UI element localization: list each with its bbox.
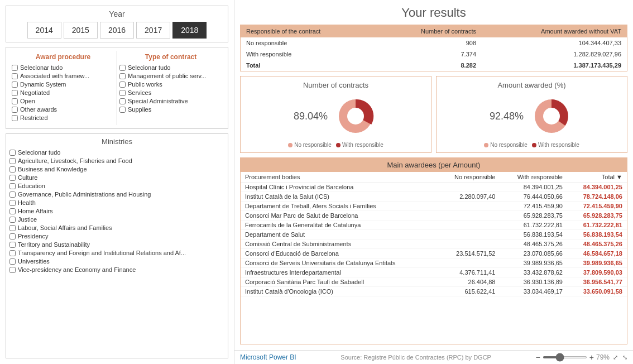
powerbi-link[interactable]: Microsoft Power BI	[240, 353, 296, 361]
award-check-1[interactable]	[12, 73, 18, 79]
award-check-6[interactable]	[12, 115, 18, 121]
year-2016[interactable]: 2016	[100, 22, 134, 39]
ministry-check-7[interactable]	[9, 208, 16, 214]
ministry-check-5[interactable]	[9, 191, 16, 198]
awardees-row-4: Ferrocarrils de la Generalitat de Catalu…	[241, 221, 627, 230]
awardees-with-6: 48.465.375,26	[500, 240, 567, 249]
awardees-total-3: 65.928.283,75	[567, 211, 627, 221]
awardees-no-8	[438, 258, 500, 268]
awardees-with-8: 39.989.936,65	[500, 258, 567, 268]
ministry-9[interactable]: Labour, Social Affairs and Families	[9, 224, 224, 231]
award-item-1[interactable]: Associated with framew...	[12, 73, 114, 79]
fullscreen-icon[interactable]: ⤡	[622, 354, 627, 361]
ministry-check-13[interactable]	[9, 258, 16, 265]
ministry-8[interactable]: Justice	[9, 216, 224, 223]
ministry-check-8[interactable]	[9, 217, 16, 223]
type-item-5[interactable]: Supplies	[119, 106, 222, 113]
award-check-3[interactable]	[12, 90, 18, 96]
ministry-3[interactable]: Culture	[9, 174, 224, 181]
awardees-col-no-resp: No responsible	[438, 172, 500, 183]
zoom-minus-button[interactable]: −	[536, 353, 540, 362]
year-2018[interactable]: 2018	[172, 22, 207, 39]
year-2017[interactable]: 2017	[136, 22, 170, 39]
type-item-4[interactable]: Special Administrative	[119, 98, 222, 104]
share-icon[interactable]: ⤢	[613, 354, 618, 361]
type-item-0[interactable]: Selecionar tudo	[119, 64, 222, 71]
award-check-5[interactable]	[12, 107, 18, 113]
ministry-1[interactable]: Agriculture, Livestock, Fisheries and Fo…	[9, 157, 224, 164]
svg-point-1	[347, 108, 364, 124]
type-item-1[interactable]: Management of public serv...	[119, 73, 222, 79]
type-check-4[interactable]	[119, 98, 126, 104]
awardees-no-5	[438, 230, 500, 240]
ministry-13[interactable]: Universities	[9, 258, 224, 265]
ministry-check-1[interactable]	[9, 158, 16, 164]
contracts-legend-dot-no	[288, 143, 292, 147]
awardees-row-6: Comissió Central de Subministraments 48.…	[241, 240, 627, 249]
ministry-11[interactable]: Territory and Sustainability	[9, 241, 224, 248]
award-check-2[interactable]	[12, 82, 18, 88]
ministry-2[interactable]: Business and Knowledge	[9, 166, 224, 173]
summary-row-1: With responsible 7.374 1.282.829.027,96	[241, 49, 627, 60]
awardees-with-11: 33.034.469,17	[500, 287, 567, 296]
source-text: Source: Registre Públic de Contractes (R…	[341, 354, 491, 361]
zoom-slider[interactable]	[543, 356, 587, 358]
ministry-5[interactable]: Governance, Public Administrations and H…	[9, 191, 224, 198]
ministry-check-0[interactable]	[9, 150, 16, 156]
ministry-14[interactable]: Vice-presidency anc Economy and Finance	[9, 266, 224, 273]
ministry-10[interactable]: Presidency	[9, 233, 224, 240]
ministry-check-11[interactable]	[9, 242, 16, 248]
ministry-check-10[interactable]	[9, 233, 16, 240]
awardees-name-0: Hospital Clínic i Provincial de Barcelon…	[241, 183, 438, 192]
ministry-check-9[interactable]	[9, 225, 16, 231]
award-item-4[interactable]: Open	[12, 98, 114, 104]
summary-header-contracts: Number of contracts	[376, 25, 482, 37]
year-2015[interactable]: 2015	[64, 22, 98, 39]
footer-icons: ⤢ ⤡	[613, 354, 627, 361]
type-check-5[interactable]	[119, 107, 126, 113]
award-item-6[interactable]: Restricted	[12, 114, 114, 121]
award-item-2[interactable]: Dynamic System	[12, 81, 114, 88]
type-item-2[interactable]: Public works	[119, 81, 222, 88]
awardees-name-6: Comissió Central de Subministraments	[241, 240, 438, 249]
ministry-4[interactable]: Education	[9, 183, 224, 189]
awardees-total-9: 37.809.590,03	[567, 268, 627, 277]
type-item-3[interactable]: Services	[119, 89, 222, 96]
awardees-name-7: Consorci d'Educació de Barcelona	[241, 249, 438, 258]
amount-chart-title: Amount awarded (%)	[497, 81, 565, 89]
award-check-0[interactable]	[12, 65, 18, 71]
award-item-0[interactable]: Selecionar tudo	[12, 64, 114, 71]
ministry-check-4[interactable]	[9, 183, 16, 189]
amount-legend-no: No responsible	[484, 142, 528, 148]
award-item-3[interactable]: Negotiated	[12, 89, 114, 96]
award-procedure-col: Award procedure Selecionar tudo Associat…	[9, 51, 117, 125]
ministry-check-6[interactable]	[9, 200, 16, 206]
ministry-6[interactable]: Health	[9, 199, 224, 206]
awardees-title: Main awardees (per Amount)	[241, 158, 627, 172]
ministry-check-12[interactable]	[9, 250, 16, 256]
ministry-check-14[interactable]	[9, 267, 16, 273]
zoom-plus-button[interactable]: +	[589, 353, 594, 362]
award-item-5[interactable]: Other awards	[12, 106, 114, 113]
type-check-3[interactable]	[119, 90, 126, 96]
awardees-row-10: Corporació Sanitària Parc Taulí de Sabad…	[241, 277, 627, 287]
contracts-chart-content: 89.04%	[245, 94, 426, 138]
amount-legend-with: With responsible	[532, 142, 579, 148]
summary-label-0: No responsible	[241, 37, 376, 49]
ministry-12[interactable]: Transparency and Foreign and Institution…	[9, 250, 224, 256]
type-check-2[interactable]	[119, 82, 126, 88]
ministry-check-3[interactable]	[9, 175, 16, 181]
ministry-check-2[interactable]	[9, 166, 16, 173]
type-check-0[interactable]	[119, 65, 126, 71]
ministry-0[interactable]: Selecionar tudo	[9, 149, 224, 156]
awardees-table: Procurement bodies No responsible With r…	[241, 172, 627, 296]
award-check-4[interactable]	[12, 98, 18, 104]
summary-header-label: Responsible of the contract	[241, 25, 376, 37]
year-2014[interactable]: 2014	[27, 22, 61, 39]
ministry-7[interactable]: Home Affairs	[9, 208, 224, 214]
awardees-with-4: 61.732.222,81	[500, 221, 567, 230]
type-check-1[interactable]	[119, 73, 126, 79]
zoom-level: 79%	[596, 353, 610, 361]
awardees-name-3: Consorci Mar Parc de Salut de Barcelona	[241, 211, 438, 221]
awardees-table-wrapper[interactable]: Procurement bodies No responsible With r…	[241, 172, 627, 344]
